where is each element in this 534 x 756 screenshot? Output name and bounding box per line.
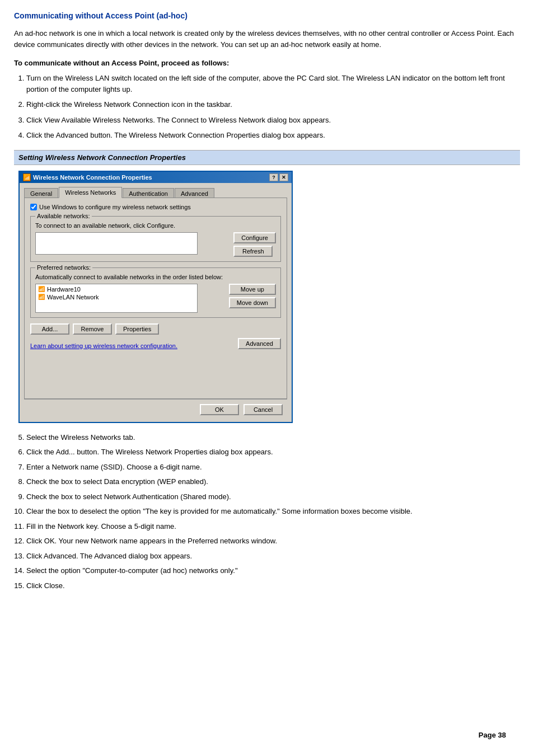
preferred-networks-title: Preferred networks: bbox=[35, 264, 92, 271]
preferred-networks-content: Automatically connect to available netwo… bbox=[35, 274, 276, 313]
dialog-window: 📶 Wireless Network Connection Properties… bbox=[18, 171, 293, 423]
refresh-button[interactable]: Refresh bbox=[233, 246, 273, 257]
learn-advanced-row: Learn about setting up wireless network … bbox=[30, 338, 281, 349]
close-button[interactable]: ✕ bbox=[279, 173, 288, 181]
preferred-networks-group: Preferred networks: Automatically connec… bbox=[30, 267, 281, 318]
steps-after-list: Select the Wireless Networks tab. Click … bbox=[26, 432, 520, 591]
ok-button[interactable]: OK bbox=[200, 404, 239, 415]
available-networks-subtitle: To connect to an available network, clic… bbox=[35, 222, 276, 229]
section-header: Setting Wireless Network Connection Prop… bbox=[14, 150, 520, 165]
step-13: Click Advanced. The Advanced dialog box … bbox=[26, 551, 520, 562]
dialog-app-icon: 📶 bbox=[23, 173, 31, 181]
step-12: Click OK. Your new Network name appears … bbox=[26, 536, 520, 547]
available-networks-title: Available networks: bbox=[35, 213, 92, 219]
use-windows-checkbox-row: Use Windows to configure my wireless net… bbox=[30, 204, 281, 210]
advanced-button[interactable]: Advanced bbox=[238, 338, 281, 349]
network-icon-hardware10: 📶 bbox=[38, 286, 45, 292]
step-3: Click View Available Wireless Networks. … bbox=[26, 115, 520, 126]
step-7: Enter a Network name (SSID). Choose a 6-… bbox=[26, 462, 520, 473]
step-14: Select the option "Computer-to-computer … bbox=[26, 565, 520, 576]
dialog-title: Wireless Network Connection Properties bbox=[33, 174, 152, 181]
steps-before-list: Turn on the Wireless LAN switch located … bbox=[26, 73, 520, 141]
learn-about-link[interactable]: Learn about setting up wireless network … bbox=[30, 342, 177, 349]
move-down-button[interactable]: Move down bbox=[229, 297, 276, 308]
network-icon-wavelan: 📶 bbox=[38, 294, 45, 300]
preferred-networks-listbox[interactable]: 📶 Hardware10 📶 WaveLAN Network bbox=[35, 284, 198, 313]
titlebar-buttons: ? ✕ bbox=[269, 173, 288, 181]
remove-button[interactable]: Remove bbox=[73, 323, 112, 335]
preferred-networks-subtitle: Automatically connect to available netwo… bbox=[35, 274, 276, 280]
available-networks-row: Configure Refresh bbox=[35, 232, 276, 257]
move-buttons: Move up Move down bbox=[229, 284, 276, 308]
use-windows-checkbox[interactable] bbox=[30, 204, 37, 210]
help-button[interactable]: ? bbox=[269, 173, 278, 181]
available-networks-content: To connect to an available network, clic… bbox=[35, 222, 276, 257]
step-8: Check the box to select Data encryption … bbox=[26, 476, 520, 487]
move-up-button[interactable]: Move up bbox=[229, 284, 276, 295]
step-10: Clear the box to deselect the option "Th… bbox=[26, 506, 520, 517]
page-title: Communicating without Access Point (ad-h… bbox=[14, 11, 520, 20]
properties-button[interactable]: Properties bbox=[115, 323, 159, 335]
step-4: Click the Advanced button. The Wireless … bbox=[26, 130, 520, 141]
step-9: Check the box to select Network Authenti… bbox=[26, 491, 520, 503]
network-item-wavelan: 📶 WaveLAN Network bbox=[37, 293, 196, 301]
dialog-titlebar: 📶 Wireless Network Connection Properties… bbox=[20, 172, 292, 183]
tab-content-wireless: Use Windows to configure my wireless net… bbox=[24, 198, 287, 399]
preferred-networks-row: 📶 Hardware10 📶 WaveLAN Network bbox=[35, 284, 276, 313]
step-5: Select the Wireless Networks tab. bbox=[26, 432, 520, 443]
step-2: Right-click the Wireless Network Connect… bbox=[26, 99, 520, 110]
tab-wireless-networks[interactable]: Wireless Networks bbox=[59, 187, 122, 198]
titlebar-left: 📶 Wireless Network Connection Properties bbox=[23, 173, 152, 181]
available-networks-group: Available networks: To connect to an ava… bbox=[30, 216, 281, 262]
cancel-button[interactable]: Cancel bbox=[243, 404, 283, 415]
add-button[interactable]: Add... bbox=[30, 323, 69, 335]
network-name-wavelan: WaveLAN Network bbox=[47, 294, 99, 300]
tabs-bar: General Wireless Networks Authentication… bbox=[24, 186, 287, 198]
add-remove-properties-row: Add... Remove Properties bbox=[30, 323, 281, 335]
step-11: Fill in the Network key. Choose a 5-digi… bbox=[26, 521, 520, 532]
configure-button[interactable]: Configure bbox=[233, 232, 276, 243]
page-number: Page 38 bbox=[479, 731, 506, 739]
network-name-hardware10: Hardware10 bbox=[47, 286, 81, 293]
bottom-buttons: OK Cancel bbox=[24, 399, 287, 419]
available-networks-listbox[interactable] bbox=[35, 232, 198, 255]
dialog-body: General Wireless Networks Authentication… bbox=[20, 183, 292, 422]
page-wrapper: Communicating without Access Point (ad-h… bbox=[14, 11, 520, 745]
network-item-hardware10: 📶 Hardware10 bbox=[37, 285, 196, 293]
dialog-container: 📶 Wireless Network Connection Properties… bbox=[14, 171, 520, 423]
use-windows-label: Use Windows to configure my wireless net… bbox=[39, 204, 191, 210]
step-15: Click Close. bbox=[26, 580, 520, 591]
step-6: Click the Add... button. The Wireless Ne… bbox=[26, 447, 520, 458]
intro-paragraph: An ad-hoc network is one in which a loca… bbox=[14, 28, 520, 50]
instruction-heading: To communicate without an Access Point, … bbox=[14, 59, 520, 67]
available-buttons: Configure Refresh bbox=[233, 232, 276, 257]
step-1: Turn on the Wireless LAN switch located … bbox=[26, 73, 520, 95]
